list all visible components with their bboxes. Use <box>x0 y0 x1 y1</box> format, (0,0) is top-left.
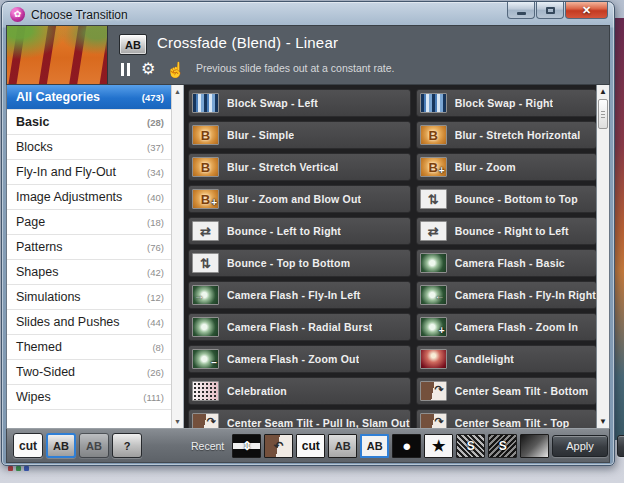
gradient-wipe-icon[interactable] <box>520 434 549 458</box>
transition-item-blur-stretch-vertical[interactable]: BBlur - Stretch Vertical <box>188 153 411 181</box>
sidebar-item-image-adjustments[interactable]: Image Adjustments(40) <box>7 185 171 210</box>
sidebar-item-blocks[interactable]: Blocks(37) <box>7 135 171 160</box>
transition-item-blur-zoom-and-blow-out[interactable]: BBlur - Zoom and Blow Out <box>188 185 411 213</box>
sidebar-item-wipes[interactable]: Wipes(111) <box>7 385 171 410</box>
sidebar-item-themed[interactable]: Themed(8) <box>7 335 171 360</box>
selected-transition-name: Crossfade (Blend) - Linear <box>157 34 338 51</box>
transition-item-bounce-top-to-bottom[interactable]: ⇅Bounce - Top to Bottom <box>188 249 411 277</box>
star-wipe-icon[interactable]: ★ <box>424 434 453 458</box>
transition-item-camera-flash-basic[interactable]: Camera Flash - Basic <box>416 249 596 277</box>
cut-type-button[interactable]: cut <box>13 433 43 458</box>
transition-item-bounce-bottom-to-top[interactable]: ⇅Bounce - Bottom to Top <box>416 185 596 213</box>
preview-thumbnail[interactable] <box>7 26 108 84</box>
close-button[interactable]: ✕ <box>565 2 608 19</box>
scroll-up-icon[interactable]: ▲ <box>599 87 607 96</box>
transition-item-camera-flash-fly-in-left[interactable]: Camera Flash - Fly-In Left <box>188 281 411 309</box>
transition-item-blur-zoom[interactable]: BBlur - Zoom <box>416 153 596 181</box>
transition-item-blur-simple[interactable]: BBlur - Simple <box>188 121 411 149</box>
transition-item-camera-flash-fly-in-right[interactable]: Camera Flash - Fly-In Right <box>416 281 596 309</box>
blend-alt-type-button[interactable]: AB <box>79 433 109 458</box>
category-label: Image Adjustments <box>16 190 122 204</box>
app-icon: ✿ <box>10 7 25 22</box>
minimize-button[interactable] <box>507 2 535 19</box>
sidebar-item-fly-in-and-fly-out[interactable]: Fly-In and Fly-Out(34) <box>7 160 171 185</box>
ab-blend-icon[interactable]: AB <box>328 434 357 458</box>
category-count: (76) <box>147 242 164 253</box>
cancel-button[interactable]: Cancel <box>617 435 624 457</box>
help-button[interactable]: ? <box>112 433 142 458</box>
gear-icon[interactable]: ⚙ <box>141 61 155 77</box>
scroll-up-icon[interactable]: ▲ <box>174 88 181 95</box>
category-count: (37) <box>147 142 164 153</box>
transition-item-camera-flash-zoom-in[interactable]: Camera Flash - Zoom In <box>416 313 596 341</box>
dissolve-icon[interactable]: S <box>456 434 485 458</box>
transition-item-block-swap-right[interactable]: Block Swap - Right <box>416 89 596 117</box>
transition-item-center-seam-tilt-pull-in-slam-out[interactable]: ↷Center Seam Tilt - Pull In, Slam Out <box>188 409 411 428</box>
transition-item-camera-flash-radial-burst[interactable]: Camera Flash - Radial Burst <box>188 313 411 341</box>
transition-item-bounce-right-to-left[interactable]: ⇄Bounce - Right to Left <box>416 217 596 245</box>
transition-item-bounce-left-to-right[interactable]: ⇄Bounce - Left to Right <box>188 217 411 245</box>
category-label: Blocks <box>16 140 53 154</box>
desktop-wallpaper <box>614 18 624 440</box>
block-swap-icon <box>420 93 447 113</box>
transition-label: Camera Flash - Radial Burst <box>227 321 372 333</box>
category-count: (111) <box>143 392 164 403</box>
transition-item-block-swap-left[interactable]: Block Swap - Left <box>188 89 411 117</box>
sidebar-item-shapes[interactable]: Shapes(42) <box>7 260 171 285</box>
scroll-down-icon[interactable]: ▼ <box>599 417 607 426</box>
bounce-horizontal-icon: ⇄ <box>192 221 219 241</box>
transition-item-camera-flash-zoom-out[interactable]: Camera Flash - Zoom Out <box>188 345 411 373</box>
list-scrollbar[interactable]: ▲ ▼ <box>596 85 609 428</box>
scroll-down-icon[interactable]: ▼ <box>174 418 181 425</box>
category-count: (18) <box>147 217 164 228</box>
maximize-button[interactable] <box>536 2 564 19</box>
sidebar-item-all-categories[interactable]: All Categories(473) <box>7 85 171 110</box>
desktop-dot <box>16 466 21 471</box>
category-label: Themed <box>16 340 62 354</box>
pause-icon[interactable] <box>121 63 130 76</box>
category-count: (44) <box>147 317 164 328</box>
sidebar-item-basic[interactable]: Basic(28) <box>7 110 171 135</box>
transition-label: Center Seam Tilt - Pull In, Slam Out <box>227 417 410 428</box>
seam-tilt-icon: ↷ <box>420 413 447 428</box>
category-label: Two-Sided <box>16 365 75 379</box>
blur-icon: B <box>192 125 219 145</box>
titlebar[interactable]: ✿ Choose Transition ✕ <box>6 2 610 25</box>
dissolve-alt-icon[interactable]: S <box>488 434 517 458</box>
transition-description: Previous slide fades out at a constant r… <box>196 62 394 74</box>
camera-flash-left-icon <box>192 285 219 305</box>
category-label: Slides and Pushes <box>16 315 120 329</box>
seam-tilt-transition-icon[interactable]: ↶ <box>264 434 293 458</box>
circle-wipe-icon[interactable]: ● <box>392 434 421 458</box>
sidebar-item-simulations[interactable]: Simulations(12) <box>7 285 171 310</box>
sidebar-item-page[interactable]: Page(18) <box>7 210 171 235</box>
blend-type-button[interactable]: AB <box>46 433 76 458</box>
choose-transition-dialog: ✿ Choose Transition ✕ AB Crossfade (Blen… <box>1 1 615 466</box>
sidebar-item-two-sided[interactable]: Two-Sided(26) <box>7 360 171 385</box>
header-main: AB Crossfade (Blend) - Linear ⚙ ☝ Previo… <box>108 26 609 84</box>
category-label: All Categories <box>16 90 100 104</box>
camera-flash-icon <box>420 253 447 273</box>
cut-transition-icon[interactable]: cut <box>296 434 325 458</box>
recent-transitions: ⇕↶cutABAB●★SS <box>232 434 552 458</box>
transition-label: Blur - Stretch Vertical <box>227 161 338 173</box>
transition-label: Center Seam Tilt - Top <box>455 417 570 428</box>
transition-label: Camera Flash - Basic <box>455 257 565 269</box>
category-label: Wipes <box>16 390 51 404</box>
transition-item-center-seam-tilt-bottom[interactable]: ↷Center Seam Tilt - Bottom <box>416 377 596 405</box>
apply-button[interactable]: Apply <box>552 435 608 457</box>
transition-item-blur-stretch-horizontal[interactable]: BBlur - Stretch Horizontal <box>416 121 596 149</box>
sidebar-item-slides-and-pushes[interactable]: Slides and Pushes(44) <box>7 310 171 335</box>
transition-item-celebration[interactable]: Celebration <box>188 377 411 405</box>
scrollbar-thumb[interactable] <box>598 99 608 129</box>
category-count: (8) <box>152 342 164 353</box>
hand-cursor-icon: ☝ <box>166 62 185 77</box>
sidebar-scrollbar[interactable]: ▲ ▼ <box>171 85 184 428</box>
push-transition-icon[interactable]: ⇕ <box>232 434 261 458</box>
transition-item-center-seam-tilt-top[interactable]: ↷Center Seam Tilt - Top <box>416 409 596 428</box>
ab-blend-linear-icon[interactable]: AB <box>360 434 389 458</box>
desktop-dot <box>8 466 13 471</box>
sidebar-item-patterns[interactable]: Patterns(76) <box>7 235 171 260</box>
transition-label: Block Swap - Right <box>455 97 554 109</box>
transition-item-candlelight[interactable]: Candlelight <box>416 345 596 373</box>
